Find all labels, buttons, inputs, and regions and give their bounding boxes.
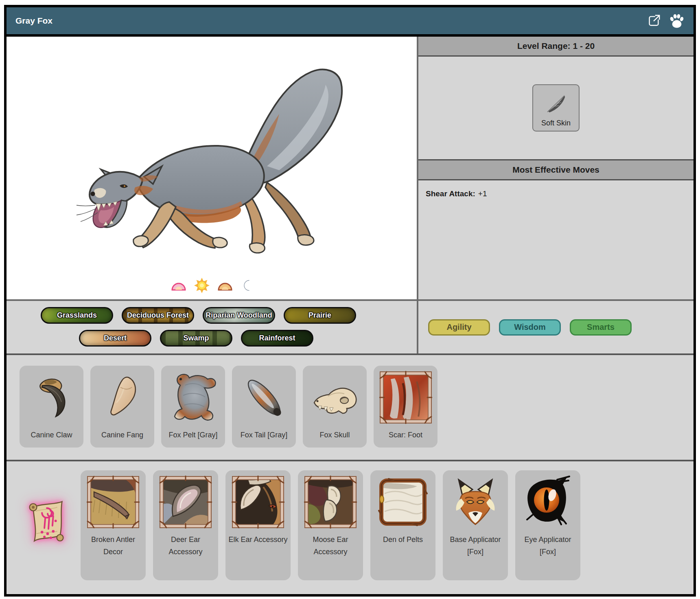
main-row: Level Range: 1 - 20 Soft Skin Most Effec… [7, 37, 693, 299]
item-card-elk-ear-accessory[interactable]: Elk Ear Accessory [225, 470, 291, 580]
biome-swamp[interactable]: Swamp [160, 330, 232, 347]
item-card-eye-applicator-fox[interactable]: Eye Applicator [Fox] [515, 470, 580, 580]
sunrise-icon [171, 280, 186, 291]
moose-ear-image [304, 476, 357, 529]
biome-label: Desert [104, 334, 127, 342]
biome-label: Prairie [308, 311, 331, 320]
item-label: Moose Ear Accessory [300, 533, 361, 558]
biome-riparian-woodland[interactable]: Riparian Woodland [203, 307, 275, 324]
biome-prairie[interactable]: Prairie [284, 307, 356, 324]
fox-pelt-image [167, 371, 220, 424]
biome-rainforest[interactable]: Rainforest [241, 330, 313, 347]
moves-header: Most Effective Moves [418, 160, 693, 180]
stat-agility[interactable]: Agility [428, 319, 490, 336]
item-label: Eye Applicator [Fox] [518, 533, 578, 558]
item-label: Deer Ear Accessory [155, 533, 216, 558]
moon-icon [240, 279, 252, 292]
scar-foot-image [379, 371, 432, 424]
item-card-scar-foot[interactable]: Scar: Foot [374, 366, 438, 448]
item-card-den-of-pelts[interactable]: Den of Pelts [370, 470, 435, 580]
base-applicator-fox-image [449, 476, 502, 529]
biome-label: Deciduous Forest [127, 311, 189, 320]
biome-grasslands[interactable]: Grasslands [41, 307, 113, 324]
stat-wisdom[interactable]: Wisdom [499, 319, 561, 336]
item-label: Fox Pelt [Gray] [164, 429, 223, 441]
elk-ear-image [232, 476, 284, 529]
fox-tail-image [238, 371, 291, 424]
item-label: Base Applicator [Fox] [445, 533, 505, 558]
fox-image-panel [7, 37, 418, 299]
sunset-icon [217, 280, 233, 291]
sun-icon [194, 277, 210, 294]
item-label: Scar: Foot [376, 429, 435, 441]
biome-stats-row: Grasslands Deciduous Forest Riparian Woo… [7, 299, 693, 353]
fox-skull-image [308, 371, 361, 424]
feather-icon [545, 92, 567, 116]
external-link-icon[interactable] [646, 13, 662, 29]
biome-label: Rainforest [259, 334, 295, 342]
gray-fox-artwork [55, 44, 373, 272]
drops-row: Canine Claw Canine Fang [7, 353, 693, 460]
item-label: Fox Skull [305, 429, 364, 441]
glowing-scroll-icon[interactable] [21, 494, 73, 556]
ability-area: Soft Skin [418, 57, 693, 160]
item-label: Canine Claw [22, 429, 81, 441]
item-card-base-applicator-fox[interactable]: Base Applicator [Fox] [443, 470, 508, 580]
den-of-pelts-image [376, 476, 429, 529]
item-label: Canine Fang [93, 429, 152, 441]
biome-label: Grasslands [57, 311, 97, 320]
ability-label: Soft Skin [541, 119, 571, 127]
canine-fang-image [96, 371, 149, 424]
item-label: Den of Pelts [373, 533, 433, 546]
info-panel: Level Range: 1 - 20 Soft Skin Most Effec… [418, 37, 693, 299]
stat-label: Agility [446, 323, 471, 332]
biomes-panel: Grasslands Deciduous Forest Riparian Woo… [7, 301, 418, 353]
item-card-deer-ear-accessory[interactable]: Deer Ear Accessory [153, 470, 218, 580]
biome-desert[interactable]: Desert [79, 330, 151, 347]
stat-label: Wisdom [514, 323, 546, 332]
active-time-row [7, 277, 417, 294]
moves-area: Shear Attack:+1 [418, 180, 693, 299]
item-label: Broken Antler Decor [83, 533, 143, 558]
item-card-canine-fang[interactable]: Canine Fang [90, 366, 154, 448]
level-range-header: Level Range: 1 - 20 [418, 37, 693, 57]
move-shear-attack: Shear Attack:+1 [426, 189, 686, 198]
item-card-canine-claw[interactable]: Canine Claw [20, 366, 83, 448]
soft-skin-tile[interactable]: Soft Skin [532, 84, 580, 132]
item-card-broken-antler-decor[interactable]: Broken Antler Decor [81, 470, 146, 580]
item-label: Elk Ear Accessory [228, 533, 288, 546]
stat-label: Smarts [587, 323, 615, 332]
biome-deciduous-forest[interactable]: Deciduous Forest [122, 307, 194, 324]
move-name: Shear Attack: [426, 189, 475, 198]
item-card-fox-tail-gray[interactable]: Fox Tail [Gray] [232, 366, 296, 448]
item-card-fox-skull[interactable]: Fox Skull [303, 366, 367, 448]
broken-antler-image [87, 476, 140, 529]
stat-smarts[interactable]: Smarts [570, 319, 632, 336]
eye-applicator-fox-image [521, 476, 574, 529]
deer-ear-image [159, 476, 212, 529]
move-value: +1 [478, 189, 487, 198]
title-bar: Gray Fox [7, 7, 693, 37]
customization-row: Broken Antler Decor [7, 460, 693, 594]
page-title: Gray Fox [15, 16, 52, 26]
biome-label: Swamp [183, 334, 209, 342]
canine-claw-image [25, 371, 78, 424]
item-card-fox-pelt-gray[interactable]: Fox Pelt [Gray] [161, 366, 225, 448]
item-label: Fox Tail [Gray] [234, 429, 293, 441]
item-card-moose-ear-accessory[interactable]: Moose Ear Accessory [298, 470, 363, 580]
gray-fox-encyclopedia-window: Gray Fox [4, 5, 696, 597]
paw-icon[interactable] [669, 13, 685, 29]
biome-label: Riparian Woodland [206, 311, 272, 320]
stats-panel: Agility Wisdom Smarts [418, 301, 693, 353]
